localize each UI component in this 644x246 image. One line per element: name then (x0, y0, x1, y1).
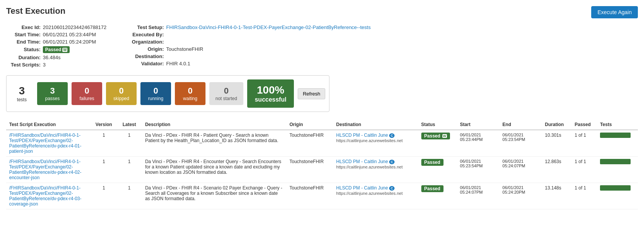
passes-label: passes (43, 96, 62, 101)
test-scripts-value: 3 (43, 62, 46, 68)
script-link[interactable]: /FHIRSandbox/DaVinci/FHIR4-0-1-Test/PDEX… (9, 159, 82, 180)
validator-value: FHIR 4.0.1 (166, 61, 190, 66)
version-cell: 1 (91, 183, 117, 209)
passed-cell: 1 of 1 (572, 130, 597, 157)
test-setup-link[interactable]: FHIRSandbox-DaVinci-FHIR4-0-1-Test-PDEX-… (166, 24, 370, 30)
description-cell: Da Vinci - PDex - FHIR R4 - Scenario 02 … (142, 183, 286, 209)
table-row: /FHIRSandbox/DaVinci/FHIR4-0-1-Test/PDEX… (6, 183, 638, 209)
running-box: 0 running (140, 82, 171, 105)
start-time-label: Start Time: (6, 32, 41, 37)
skipped-label: skipped (112, 96, 130, 101)
total-tests-label: tests (10, 97, 33, 102)
col-header-end: End (499, 120, 542, 130)
duration-cell: 13.148s (542, 183, 572, 209)
status-cell: Passed (418, 183, 457, 209)
col-header-start: Start (457, 120, 499, 130)
execute-again-button[interactable]: Execute Again (591, 6, 638, 18)
table-row: /FHIRSandbox/DaVinci/FHIR4-0-1-Test/PDEX… (6, 157, 638, 183)
col-header-description: Description (142, 120, 286, 130)
exec-id-value: 20210601202344246788172 (43, 24, 106, 30)
start-cell: 06/01/202105:24:07PM (457, 183, 499, 209)
validator-label: Validator: (129, 61, 164, 66)
latest-cell: 1 (117, 183, 142, 209)
destination-link[interactable]: HLSCD PM - Caitlin June (336, 185, 388, 191)
status-badge: Passed (43, 46, 70, 53)
status-cell: Passed (418, 130, 457, 157)
destination-link[interactable]: HLSCD PM - Caitlin June (336, 133, 388, 138)
destination-cell: HLSCD PM - Caitlin JuneChttps://caitlinj… (333, 130, 418, 157)
c-badge: C (389, 160, 395, 164)
col-header-origin: Origin (286, 120, 333, 130)
success-label: successful (255, 96, 287, 103)
table-row: /FHIRSandbox/DaVinci/FHIR4-0-1-Test/PDEX… (6, 130, 638, 157)
version-cell: 1 (91, 157, 117, 183)
results-table: Test Script Execution Version Latest Des… (6, 120, 638, 209)
failures-box: 0 failures (72, 82, 102, 105)
duration-value: 36.484s (43, 55, 60, 60)
description-cell: Da Vinci - PDex - FHIR R4 - Encounter Qu… (142, 157, 286, 183)
notstarted-num: 0 (215, 86, 237, 96)
passed-cell: 1 of 1 (572, 183, 597, 209)
tests-cell (597, 183, 638, 209)
test-setup-label: Test Setup: (129, 24, 164, 30)
start-time-value: 06/01/2021 05:23:44PM (43, 32, 96, 37)
refresh-button[interactable]: Refresh (298, 88, 325, 99)
destination-cell: HLSCD PM - Caitlin JuneChttps://caitlinj… (333, 183, 418, 209)
skipped-num: 0 (112, 86, 130, 96)
tests-cell (597, 157, 638, 183)
duration-label: Duration: (6, 55, 41, 60)
notstarted-label: not started (215, 96, 237, 101)
script-link[interactable]: /FHIRSandbox/DaVinci/FHIR4-0-1-Test/PDEX… (9, 133, 82, 154)
latest-cell: 1 (117, 130, 142, 157)
col-header-tests: Tests (597, 120, 638, 130)
description-cell: Da Vinci - PDex - FHIR R4 - Patient Quer… (142, 130, 286, 157)
passed-badge: Passed (421, 159, 443, 166)
origin-cell: TouchstoneFHIR (286, 157, 333, 183)
meta-right: Test Setup: FHIRSandbox-DaVinci-FHIR4-0-… (129, 24, 370, 68)
c-badge: C (389, 133, 395, 138)
exec-id-label: Exec Id: (6, 24, 41, 30)
notstarted-box: 0 not started (209, 82, 243, 105)
success-box: 100% successful (247, 79, 294, 108)
waiting-num: 0 (181, 86, 199, 96)
origin-cell: TouchstoneFHIR (286, 183, 333, 209)
destination-label: Destination: (129, 53, 164, 59)
total-tests: 3 tests (10, 85, 33, 102)
passed-badge: Passed (421, 185, 443, 192)
col-header-version: Version (91, 120, 117, 130)
waiting-label: waiting (181, 96, 199, 101)
col-header-latest: Latest (117, 120, 142, 130)
start-cell: 06/01/202105:23:54PM (457, 157, 499, 183)
end-time-value: 06/01/2021 05:24:20PM (43, 39, 96, 45)
executed-by-label: Executed By: (129, 32, 164, 37)
duration-cell: 10.301s (542, 130, 572, 157)
test-scripts-label: Test Scripts: (6, 62, 41, 68)
origin-label: Origin: (129, 46, 164, 52)
skipped-box: 0 skipped (106, 82, 137, 105)
running-label: running (147, 96, 165, 101)
failures-label: failures (78, 96, 96, 101)
col-header-destination: Destination (333, 120, 418, 130)
waiting-box: 0 waiting (175, 82, 205, 105)
summary-bar: 3 tests 3 passes 0 failures 0 skipped 0 … (6, 75, 329, 112)
latest-cell: 1 (117, 157, 142, 183)
page-title: Test Execution (6, 6, 65, 16)
end-cell: 06/01/202105:24:07PM (499, 157, 542, 183)
total-tests-num: 3 (10, 85, 33, 97)
meta-left: Exec Id: 20210601202344246788172 Start T… (6, 24, 106, 68)
destination-url: https://caitlinjune.azurewebsites.net (336, 191, 403, 196)
script-link[interactable]: /FHIRSandbox/DaVinci/FHIR4-0-1-Test/PDEX… (9, 185, 82, 207)
destination-cell: HLSCD PM - Caitlin JuneChttps://caitlinj… (333, 157, 418, 183)
col-header-passed: Passed (572, 120, 597, 130)
end-time-label: End Time: (6, 39, 41, 45)
meta-section: Exec Id: 20210601202344246788172 Start T… (6, 24, 638, 68)
c-badge: C (389, 186, 395, 191)
origin-cell: TouchstoneFHIR (286, 130, 333, 157)
organization-label: Organization: (129, 39, 164, 45)
destination-link[interactable]: HLSCD PM - Caitlin June (336, 159, 388, 164)
version-cell: 1 (91, 130, 117, 157)
progress-bar (600, 185, 631, 191)
passed-w-badge: Passed (421, 133, 450, 139)
running-num: 0 (147, 86, 165, 96)
start-cell: 06/01/202105:23:44PM (457, 130, 499, 157)
